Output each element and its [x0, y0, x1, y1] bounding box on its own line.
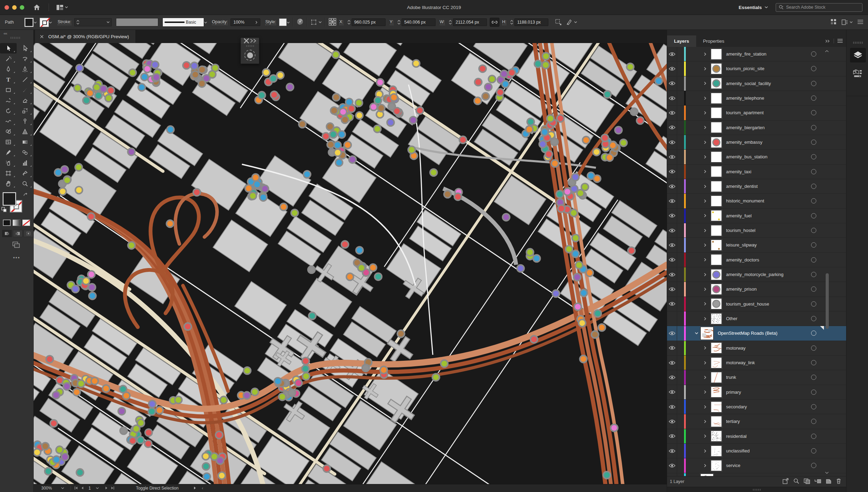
layer-thumbnail[interactable]	[711, 137, 722, 148]
layer-target-circle[interactable]	[811, 198, 816, 203]
expand-layer-chevron[interactable]	[702, 97, 707, 100]
clipping-mask-icon[interactable]	[804, 478, 810, 485]
layer-row-motorway-link[interactable]: motorway_link	[667, 356, 846, 370]
layer-row-motorway[interactable]: motorway	[667, 341, 846, 356]
collect-for-export-icon[interactable]	[783, 478, 789, 485]
expand-layer-chevron[interactable]	[702, 434, 707, 438]
layer-thumbnail[interactable]	[711, 93, 722, 104]
layer-name[interactable]: tertiary	[726, 419, 740, 424]
document-arrangement-button[interactable]	[842, 19, 853, 25]
layer-row-openstreetmap-buildings-beta-[interactable]: OpenStreetMap Buildings (Beta)	[667, 473, 846, 476]
reference-point-selector[interactable]	[328, 18, 337, 27]
select-similar-options-button[interactable]	[310, 19, 322, 26]
document-tab[interactable]: OSM.ai* @ 300% (RGB/GPU Preview)	[35, 30, 135, 43]
lock-toggle[interactable]	[677, 209, 684, 223]
column-graph-tool[interactable]	[17, 158, 33, 168]
x-label[interactable]: X:	[339, 19, 344, 25]
layer-target-circle[interactable]	[811, 110, 816, 115]
expand-layer-chevron[interactable]	[702, 141, 707, 144]
expand-layer-chevron[interactable]	[702, 376, 707, 379]
layer-thumbnail[interactable]	[711, 254, 722, 265]
layer-name[interactable]: secondary	[726, 404, 747, 409]
new-sublayer-icon[interactable]	[815, 478, 821, 485]
layer-row-tourism-apartment[interactable]: tourism_apartment	[667, 106, 846, 120]
draw-normal-button[interactable]	[2, 230, 12, 237]
style-label[interactable]: Style:	[265, 19, 276, 25]
layer-thumbnail[interactable]	[711, 210, 722, 221]
arrange-documents-button[interactable]	[57, 5, 68, 10]
y-label[interactable]: Y:	[390, 19, 394, 25]
expand-layer-chevron[interactable]	[702, 420, 707, 423]
eraser-tool[interactable]	[17, 95, 33, 106]
next-artboard-button[interactable]	[105, 486, 108, 491]
layer-thumbnail[interactable]	[711, 240, 722, 251]
layer-name[interactable]: tourism_apartment	[726, 110, 764, 115]
layer-name[interactable]: Other	[726, 316, 738, 321]
dock-grip[interactable]	[846, 42, 868, 44]
panel-resize-grip[interactable]	[667, 487, 846, 492]
tab-properties[interactable]: Properties	[696, 35, 732, 47]
expand-layer-chevron[interactable]	[702, 361, 707, 365]
stock-search-input[interactable]: Search Adobe Stock	[776, 3, 862, 12]
lock-toggle[interactable]	[677, 341, 684, 355]
visibility-toggle[interactable]	[667, 120, 677, 135]
layer-thumbnail[interactable]	[711, 342, 722, 353]
layers-scrollbar[interactable]	[825, 47, 829, 476]
layer-name[interactable]: motorway	[726, 345, 745, 351]
layer-name[interactable]: amenity_bus_station	[726, 154, 767, 159]
visibility-toggle[interactable]	[667, 414, 677, 428]
close-window-button[interactable]	[5, 5, 9, 10]
layer-name[interactable]: amenity_fire_station	[726, 51, 766, 57]
expand-layer-chevron[interactable]	[702, 155, 707, 159]
layer-row-amenity-fuel[interactable]: amenity_fuel	[667, 209, 846, 223]
expand-layer-chevron[interactable]	[702, 346, 707, 350]
visibility-toggle[interactable]	[667, 282, 677, 296]
layer-thumbnail[interactable]	[711, 166, 722, 177]
layer-row-leisure-slipway[interactable]: leisure_slipway	[667, 238, 846, 252]
fill-color-swatch[interactable]	[24, 18, 34, 27]
lock-toggle[interactable]	[677, 356, 684, 370]
layer-thumbnail[interactable]	[711, 225, 722, 236]
lock-toggle[interactable]	[677, 61, 684, 76]
layer-name[interactable]: leisure_slipway	[726, 242, 757, 248]
constrain-proportions-toggle[interactable]	[490, 18, 499, 27]
magic-wand-tool[interactable]	[0, 53, 17, 64]
lock-toggle[interactable]	[677, 165, 684, 179]
lock-toggle[interactable]	[677, 444, 684, 458]
expand-layer-chevron[interactable]	[702, 302, 707, 306]
status-text[interactable]: Toggle Direct Selection	[136, 486, 179, 491]
close-tab-icon[interactable]	[40, 35, 44, 39]
draw-behind-button[interactable]	[13, 230, 23, 237]
lock-toggle[interactable]	[677, 400, 684, 414]
lock-toggle[interactable]	[677, 414, 684, 428]
expand-layer-chevron[interactable]	[702, 390, 707, 394]
layer-thumbnail[interactable]	[711, 284, 722, 295]
h-value-field[interactable]: 1188.013 px	[514, 18, 548, 26]
expand-layer-chevron[interactable]	[694, 332, 699, 334]
expand-layer-chevron[interactable]	[702, 185, 707, 188]
layer-thumbnail[interactable]	[711, 401, 722, 412]
layer-thumbnail[interactable]	[711, 151, 722, 162]
type-tool[interactable]: T	[0, 74, 17, 85]
layer-name[interactable]: tourism_hostel	[726, 228, 756, 233]
expand-layer-chevron[interactable]	[702, 82, 707, 85]
shape-builder-tool[interactable]	[0, 126, 17, 137]
layer-thumbnail[interactable]	[700, 327, 714, 340]
lock-toggle[interactable]	[677, 429, 684, 443]
expand-layer-chevron[interactable]	[702, 126, 707, 129]
layer-row-historic-monument[interactable]: historic_monument	[667, 194, 846, 208]
layer-target-circle[interactable]	[811, 169, 816, 174]
artboard-canvas[interactable]	[34, 43, 667, 484]
menu-lines-icon[interactable]	[858, 20, 863, 25]
expand-widget-icon[interactable]	[250, 38, 257, 44]
layer-name[interactable]: amenity_prison	[726, 286, 757, 292]
layer-name[interactable]: amenity_embassy	[726, 140, 762, 145]
puppet-warp-tool[interactable]	[17, 116, 33, 126]
opacity-value[interactable]: 100%	[230, 18, 260, 26]
gradient-button[interactable]	[12, 219, 20, 226]
layer-target-circle[interactable]	[811, 184, 816, 189]
layer-name[interactable]: amenity_social_facility	[726, 81, 771, 86]
lock-toggle[interactable]	[677, 135, 684, 149]
visibility-toggle[interactable]	[667, 267, 677, 282]
visibility-toggle[interactable]	[667, 76, 677, 91]
